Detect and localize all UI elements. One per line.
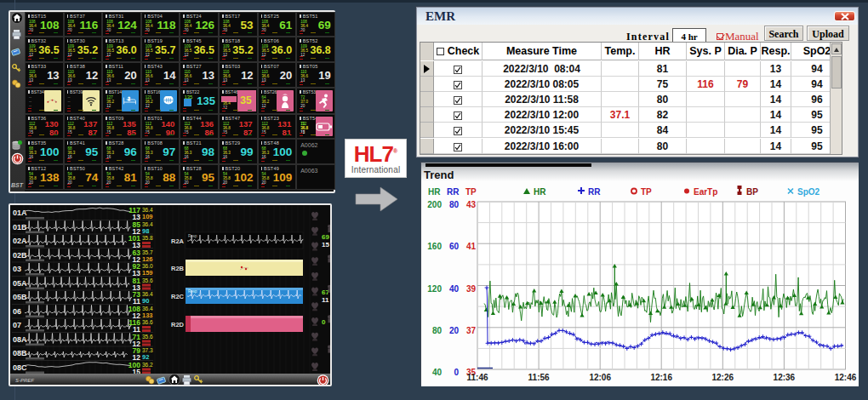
svg-text:05A: 05A [13,279,27,288]
svg-text:0: 0 [322,318,326,326]
svg-text:01A: 01A [13,209,27,217]
svg-text:S-PREF: S-PREF [15,378,34,383]
svg-text:92: 92 [142,353,149,361]
svg-text:69: 69 [322,233,329,241]
svg-text:EarTp: EarTp [694,187,717,197]
svg-text:R2D: R2D [171,321,185,329]
svg-text:36.2: 36.2 [142,362,153,368]
svg-text:R2B: R2B [171,265,185,272]
svg-text:40: 40 [432,368,443,377]
svg-text:SpO2: SpO2 [797,187,820,197]
svg-text:20: 20 [449,326,460,335]
svg-text:200: 200 [427,200,442,209]
svg-text:43: 43 [466,200,477,209]
svg-text:36.0: 36.0 [142,263,153,269]
svg-text:12:36: 12:36 [774,373,796,382]
svg-text:11: 11 [322,296,329,304]
svg-text:R2A: R2A [171,237,185,245]
svg-text:15: 15 [322,241,329,249]
svg-text:36.4: 36.4 [142,207,153,213]
svg-text:39: 39 [466,284,477,294]
svg-text:07: 07 [13,321,21,329]
svg-text:126: 126 [142,255,153,263]
svg-text:R2C: R2C [171,293,185,300]
svg-text:11:46: 11:46 [466,373,488,382]
svg-text:06: 06 [13,307,21,316]
svg-text:35.8: 35.8 [142,235,153,241]
svg-text:35.6: 35.6 [142,334,153,340]
svg-text:08C: 08C [13,363,27,372]
svg-text:TP: TP [641,187,652,197]
svg-text:2: 2 [128,97,130,101]
svg-text:12:06: 12:06 [589,373,611,382]
svg-text:08A: 08A [13,335,27,344]
svg-text:41: 41 [466,242,477,251]
svg-text:36.4: 36.4 [142,291,153,297]
svg-text:02A: 02A [13,237,27,245]
svg-text:TP: TP [465,187,477,197]
svg-text:BP: BP [746,187,758,197]
svg-text:159: 159 [142,269,153,277]
svg-text:Resp: Resp [188,289,197,294]
svg-text:60: 60 [449,242,460,251]
svg-text:12:46: 12:46 [835,373,857,382]
svg-text:133: 133 [142,311,153,319]
svg-text:80: 80 [449,200,460,209]
svg-text:160: 160 [427,242,442,251]
svg-text:37.3: 37.3 [142,347,153,353]
svg-text:36.4: 36.4 [142,221,153,227]
svg-text:RR: RR [588,187,601,197]
svg-text:35.6: 35.6 [142,277,153,283]
svg-text:12:26: 12:26 [712,373,734,382]
svg-text:40: 40 [449,284,460,294]
svg-text:03: 03 [13,265,21,273]
svg-text:36.4: 36.4 [142,306,153,311]
svg-text:0: 0 [454,368,459,377]
svg-text:120: 120 [427,284,442,294]
svg-text:02B: 02B [13,251,27,260]
svg-text:HR: HR [428,187,441,197]
svg-text:05B: 05B [13,293,27,301]
svg-text:90: 90 [142,297,149,305]
svg-text:08B: 08B [13,349,27,357]
svg-text:12:16: 12:16 [650,373,672,382]
svg-text:Trend: Trend [424,169,454,181]
svg-text:36.6: 36.6 [142,319,153,325]
svg-text:109: 109 [142,213,153,220]
svg-text:35.7: 35.7 [142,249,153,255]
svg-text:RR: RR [447,187,460,197]
svg-text:HR: HR [534,187,546,197]
svg-text:11:56: 11:56 [528,373,550,382]
svg-text:80: 80 [432,326,443,335]
svg-text:37: 37 [466,326,477,335]
svg-text:Resp: Resp [188,234,197,238]
svg-text:01B: 01B [13,223,27,231]
svg-text:98: 98 [142,227,149,235]
